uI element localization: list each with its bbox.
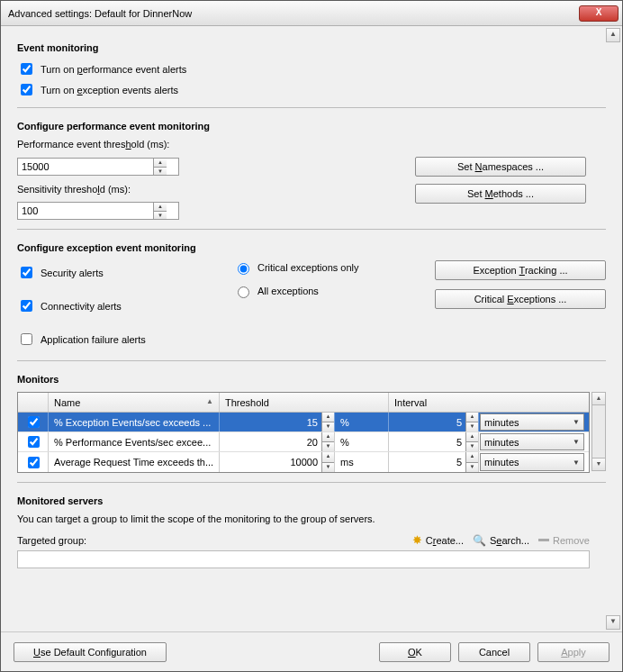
appfailure-alerts-row[interactable]: Application failure alerts	[17, 331, 215, 348]
sort-asc-icon: ▲	[206, 397, 213, 405]
spin-down-icon[interactable]: ▼	[154, 168, 167, 176]
table-row[interactable]: Average Request Time exceeds th... 10000…	[18, 452, 589, 472]
all-exceptions-radio-row[interactable]: All exceptions	[233, 284, 395, 298]
exc-alerts-checkbox-row[interactable]: Turn on exception events alerts	[17, 81, 606, 98]
set-namespaces-button[interactable]: Set Namespaces ...	[415, 157, 586, 177]
interval-spinner[interactable]: 5▲▼	[389, 413, 478, 431]
table-row[interactable]: % Performance Events/sec excee... 20▲▼ %…	[18, 432, 589, 452]
chevron-down-icon: ▼	[573, 438, 580, 446]
close-button[interactable]: X	[579, 5, 618, 22]
star-icon: ✸	[412, 533, 422, 547]
col-threshold[interactable]: Threshold	[220, 393, 389, 412]
row-name: Average Request Time exceeds th...	[49, 452, 220, 472]
remove-link: Remove	[538, 535, 590, 546]
threshold-spinner[interactable]: 10000▲▼	[220, 452, 334, 472]
exc-section-heading: Configure exception event monitoring	[17, 242, 606, 253]
critical-only-radio-row[interactable]: Critical exceptions only	[233, 260, 395, 275]
perf-alerts-checkbox[interactable]	[21, 63, 32, 75]
sensitivity-label: Sensitivity threshold (ms):	[17, 184, 404, 195]
servers-heading: Monitored servers	[17, 495, 606, 506]
event-monitoring-heading: Event monitoring	[17, 42, 606, 53]
critical-only-label: Critical exceptions only	[257, 262, 359, 273]
divider	[17, 229, 606, 230]
divider	[17, 360, 606, 361]
sensitivity-input[interactable]	[18, 203, 153, 219]
row-checkbox[interactable]	[28, 436, 40, 448]
perf-threshold-spinner[interactable]: ▲▼	[17, 158, 179, 176]
exc-alerts-checkbox[interactable]	[21, 84, 32, 95]
targeted-group-field[interactable]	[17, 550, 590, 568]
divider	[17, 107, 606, 108]
threshold-spinner[interactable]: 20▲▼	[220, 432, 334, 451]
monitors-grid: Name▲ Threshold Interval % Exception Eve…	[17, 392, 590, 473]
perf-threshold-input[interactable]	[18, 159, 153, 175]
grid-scrollbar[interactable]: ▲ ▼	[591, 392, 606, 471]
row-name: % Performance Events/sec excee...	[49, 432, 220, 451]
scroll-up-icon[interactable]: ▲	[592, 393, 605, 405]
table-row[interactable]: % Exception Events/sec exceeds ... 15▲▼ …	[18, 413, 589, 432]
spin-up-icon[interactable]: ▲	[154, 203, 167, 212]
interval-spinner[interactable]: 5▲▼	[389, 432, 478, 451]
col-name[interactable]: Name▲	[49, 393, 220, 412]
row-checkbox[interactable]	[28, 457, 40, 468]
create-link[interactable]: ✸Create...	[412, 533, 464, 547]
spin-down-icon[interactable]: ▼	[154, 212, 167, 220]
security-alerts-label: Security alerts	[41, 268, 104, 278]
interval-spinner[interactable]: 5▲▼	[389, 452, 478, 472]
critical-exceptions-button[interactable]: Critical Exceptions ...	[435, 289, 606, 309]
content-area: ▲ ▼ Event monitoring Turn on performance…	[1, 26, 622, 631]
search-link[interactable]: 🔍Search...	[473, 534, 529, 547]
threshold-unit: ms	[335, 452, 389, 472]
grid-header: Name▲ Threshold Interval	[18, 393, 589, 413]
row-checkbox[interactable]	[28, 416, 40, 428]
security-alerts-row[interactable]: Security alerts	[17, 264, 215, 281]
window-title: Advanced settings: Default for DinnerNow	[8, 8, 579, 19]
apply-button: Apply	[537, 642, 609, 662]
exc-alerts-label: Turn on exception events alerts	[41, 85, 178, 95]
perf-section-heading: Configure performance event monitoring	[17, 121, 606, 132]
chevron-down-icon: ▼	[573, 418, 580, 426]
page-scrollbar[interactable]: ▲ ▼	[606, 28, 620, 630]
exception-tracking-button[interactable]: Exception Tracking ...	[435, 260, 606, 280]
scroll-down-icon[interactable]: ▼	[606, 615, 620, 630]
interval-unit-combo[interactable]: minutes▼	[480, 413, 584, 431]
threshold-unit: %	[335, 432, 389, 451]
ok-button[interactable]: OK	[379, 642, 451, 662]
scroll-down-icon[interactable]: ▼	[592, 458, 605, 470]
perf-alerts-label: Turn on performance event alerts	[41, 64, 186, 75]
interval-unit-combo[interactable]: minutes▼	[480, 453, 584, 471]
threshold-unit: %	[335, 413, 389, 431]
scroll-up-icon[interactable]: ▲	[606, 28, 620, 42]
connectivity-alerts-checkbox[interactable]	[21, 300, 32, 312]
targeted-group-label: Targeted group:	[17, 535, 86, 546]
spin-up-icon[interactable]: ▲	[154, 159, 167, 168]
interval-unit-combo[interactable]: minutes▼	[480, 433, 584, 450]
cancel-button[interactable]: Cancel	[458, 642, 530, 662]
perf-threshold-label: Performance event threshold (ms):	[17, 139, 404, 150]
search-icon: 🔍	[473, 534, 486, 547]
row-name: % Exception Events/sec exceeds ...	[49, 413, 220, 431]
titlebar: Advanced settings: Default for DinnerNow…	[1, 1, 622, 26]
dialog-footer: Use Default Configuration OK Cancel Appl…	[1, 631, 622, 671]
appfailure-alerts-checkbox[interactable]	[21, 333, 32, 345]
minus-icon	[538, 539, 549, 541]
chevron-down-icon: ▼	[573, 459, 580, 467]
servers-desc: You can target a group to limit the scop…	[17, 513, 606, 524]
monitors-heading: Monitors	[17, 374, 606, 385]
critical-only-radio[interactable]	[238, 263, 249, 275]
sensitivity-spinner[interactable]: ▲▼	[17, 202, 179, 220]
security-alerts-checkbox[interactable]	[21, 267, 32, 278]
all-exceptions-radio[interactable]	[238, 286, 249, 298]
connectivity-alerts-label: Connectivity alerts	[41, 301, 122, 312]
threshold-spinner[interactable]: 15▲▼	[220, 413, 334, 431]
connectivity-alerts-row[interactable]: Connectivity alerts	[17, 297, 215, 314]
appfailure-alerts-label: Application failure alerts	[41, 334, 146, 345]
perf-alerts-checkbox-row[interactable]: Turn on performance event alerts	[17, 60, 606, 77]
set-methods-button[interactable]: Set Methods ...	[415, 184, 586, 204]
use-default-button[interactable]: Use Default Configuration	[14, 642, 167, 662]
col-interval[interactable]: Interval	[389, 393, 589, 412]
dialog-window: Advanced settings: Default for DinnerNow…	[0, 0, 623, 672]
col-check[interactable]	[18, 393, 49, 412]
divider	[17, 482, 606, 483]
all-exceptions-label: All exceptions	[257, 286, 319, 296]
